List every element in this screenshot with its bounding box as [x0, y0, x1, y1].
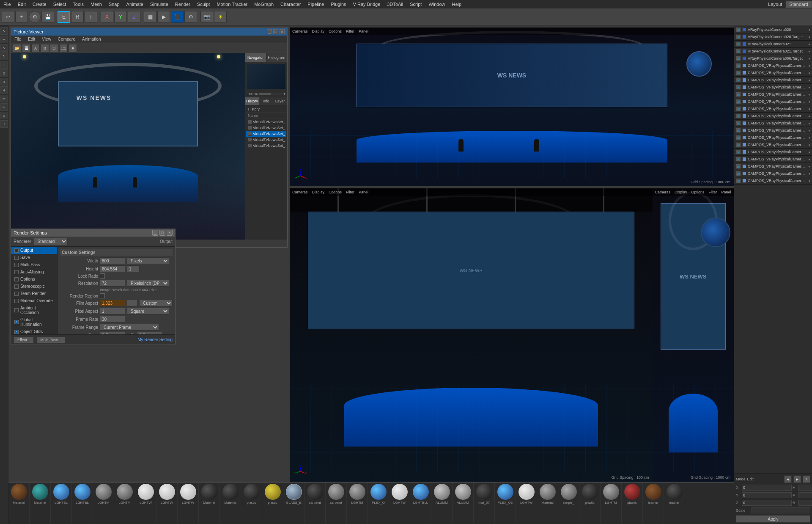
object-vis-2[interactable]: ●: [808, 42, 810, 46]
rs-film-aspect-input[interactable]: [100, 300, 125, 306]
rs-nav-stereo-checkbox[interactable]: [14, 284, 19, 289]
rs-nav-save-checkbox[interactable]: [14, 256, 19, 260]
material-cell-2[interactable]: LGHTBL: [51, 483, 72, 524]
material-cell-8[interactable]: LGHTW: [178, 483, 199, 524]
material-cell-12[interactable]: plastic: [262, 483, 283, 524]
toolbar-y[interactable]: Y: [114, 11, 127, 23]
object-vis-15[interactable]: ●: [808, 136, 810, 140]
left-tool-spline[interactable]: ⌇: [0, 120, 8, 128]
object-item-18[interactable]: LoCAMPOS_VRayPhysicalCamera019●: [734, 156, 812, 163]
rs-nav-antialiasing-checkbox[interactable]: [14, 270, 19, 274]
material-cell-25[interactable]: Material: [537, 483, 558, 524]
material-cell-23[interactable]: PLEX_O3: [495, 483, 516, 524]
pv-layer-tab[interactable]: Layer: [273, 97, 287, 105]
vp-bl-display[interactable]: Display: [312, 190, 325, 194]
pv-tool-save[interactable]: 💾: [22, 44, 30, 52]
menu-simulate[interactable]: Simulate: [147, 1, 172, 8]
material-cell-26[interactable]: simple_: [558, 483, 579, 524]
material-cell-16[interactable]: LGHTM: [347, 483, 368, 524]
rs-nav-gi-checkbox[interactable]: ✓: [14, 320, 19, 324]
picture-viewer-title-bar[interactable]: Picture Viewer _ □ ×: [11, 28, 287, 36]
material-cell-6[interactable]: LGHTW: [135, 483, 156, 524]
object-vis-8[interactable]: ●: [808, 85, 810, 89]
vp-br-cameras[interactable]: Cameras: [655, 190, 671, 194]
rp-bottom-next[interactable]: ▶: [793, 475, 801, 483]
object-vis-16[interactable]: ●: [808, 143, 810, 147]
rs-nav-options-checkbox[interactable]: [14, 277, 19, 281]
object-vis-13[interactable]: ●: [808, 121, 810, 125]
pv-history-item-4[interactable]: VirtualTvNewsSet_: [246, 137, 286, 143]
rs-pixel-aspect-select[interactable]: Square: [127, 308, 169, 314]
object-item-8[interactable]: LoCAMPOS_VRayPhysicalCamera001●: [734, 84, 812, 91]
rs-nav-output-checkbox[interactable]: [14, 248, 19, 253]
menu-help[interactable]: Help: [449, 1, 465, 8]
pv-info-tab[interactable]: Info: [259, 97, 273, 105]
rp-bottom-fit[interactable]: A: [803, 475, 810, 483]
rs-resolution-unit-select[interactable]: Pixels/Inch (DPI): [127, 280, 169, 287]
picture-viewer-nav-preview[interactable]: [247, 64, 285, 89]
vp-br-display[interactable]: Display: [675, 190, 687, 194]
pv-tool-1[interactable]: A: [31, 44, 40, 52]
pv-menu-compare[interactable]: Compare: [55, 36, 79, 42]
menu-render[interactable]: Render: [172, 1, 194, 8]
rs-nav-glow[interactable]: ✓ Object Glow: [11, 328, 57, 334]
object-item-16[interactable]: LoCAMPOS_VRayPhysicalCamera016●: [734, 141, 812, 149]
rs-nav-gi[interactable]: ✓ Global Illumination: [11, 316, 57, 328]
menu-character[interactable]: Character: [277, 1, 304, 8]
vp-tr-cameras[interactable]: Cameras: [292, 29, 308, 33]
toolbar-render-view[interactable]: ▶: [157, 11, 170, 23]
toolbar-render-region[interactable]: ▦: [144, 11, 156, 23]
pv-tool-100[interactable]: 1:1: [59, 44, 68, 52]
pv-menu-file[interactable]: File: [11, 36, 25, 42]
object-item-7[interactable]: LoCAMPOS_VRayPhysicalCamera011●: [734, 77, 812, 84]
object-vis-19[interactable]: ●: [808, 165, 810, 168]
left-tool-arrow[interactable]: ↖: [0, 27, 8, 35]
toolbar-z[interactable]: Z: [128, 11, 140, 23]
viewport-top-right[interactable]: Cameras Display Options Filter Panel WS …: [290, 28, 734, 186]
toolbar-move[interactable]: E: [58, 11, 70, 23]
material-cell-29[interactable]: plastic: [622, 483, 643, 524]
picture-viewer-image-area[interactable]: WS NEWS: [11, 53, 245, 240]
left-tool-rotate[interactable]: ↻: [0, 52, 8, 60]
rs-nav-options[interactable]: Options: [11, 276, 57, 283]
pv-tool-zoom-fit[interactable]: ⊡: [50, 44, 58, 52]
left-tool-magnet[interactable]: ⊕: [0, 112, 8, 119]
object-item-12[interactable]: LoCAMPOS_VRayPhysicalCamera014●: [734, 113, 812, 120]
rs-frame-range-select[interactable]: Current Frame: [100, 324, 159, 331]
menu-3dtoall[interactable]: 3DToAll: [384, 1, 406, 8]
object-item-13[interactable]: LoCAMPOS_VRayPhysicalCamera005●: [734, 120, 812, 127]
menu-vray[interactable]: V-Ray Bridge: [350, 1, 384, 8]
pv-history-item-1[interactable]: VirtualTvNewsSet_: [246, 119, 286, 125]
left-tool-2[interactable]: 2: [0, 69, 8, 77]
object-item-15[interactable]: LoCAMPOS_VRayPhysicalCamera015●: [734, 134, 812, 141]
object-vis-0[interactable]: ●: [808, 28, 810, 32]
rp-y-input[interactable]: [742, 492, 792, 498]
rs-nav-matoverride-checkbox[interactable]: [14, 299, 19, 303]
pv-close[interactable]: ×: [280, 29, 285, 34]
menu-mesh[interactable]: Mesh: [87, 1, 105, 8]
object-item-6[interactable]: LoCAMPOS_VRayPhysicalCamera003●: [734, 69, 812, 77]
rp-h-input[interactable]: [798, 485, 812, 491]
vp-tr-display[interactable]: Display: [312, 29, 325, 33]
rs-nav-teamrender-checkbox[interactable]: [14, 292, 19, 296]
rs-nav-save[interactable]: Save: [11, 254, 57, 261]
material-cell-11[interactable]: plastic: [241, 483, 262, 524]
object-vis-3[interactable]: ●: [808, 50, 810, 53]
toolbar-undo[interactable]: ↩: [2, 11, 14, 23]
rs-nav-antialiasing[interactable]: Anti-Aliasing: [11, 268, 57, 276]
left-tool-brush[interactable]: ✏: [0, 95, 8, 102]
material-cell-13[interactable]: GLASS_E: [283, 483, 304, 524]
vp-br-filter[interactable]: Filter: [709, 190, 717, 194]
rs-nav-stereo[interactable]: Stereoscopic: [11, 283, 57, 290]
rs-nav-teamrender[interactable]: Team Render: [11, 290, 57, 297]
toolbar-scale[interactable]: T: [85, 11, 97, 23]
left-tool-knife[interactable]: ✂: [0, 103, 8, 111]
object-vis-1[interactable]: ●: [808, 35, 810, 39]
object-item-14[interactable]: LoCAMPOS_VRayPhysicalCamera013●: [734, 127, 812, 134]
menu-pipeline[interactable]: Pipeline: [304, 1, 327, 8]
pv-history-item-5[interactable]: VirtualTvNewsSet_: [246, 143, 286, 149]
rs-width-unit-select[interactable]: Pixels: [127, 257, 169, 264]
pv-tool-open[interactable]: 📂: [13, 44, 21, 52]
material-cell-24[interactable]: LGHTW: [516, 483, 537, 524]
menu-file[interactable]: File: [0, 1, 14, 8]
